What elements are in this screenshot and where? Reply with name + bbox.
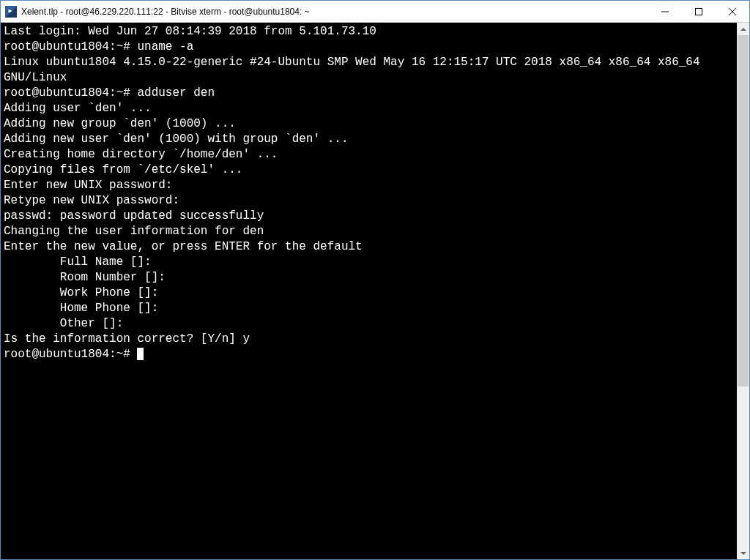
terminal-output[interactable]: Last login: Wed Jun 27 08:14:39 2018 fro… <box>1 23 737 559</box>
terminal-container: Last login: Wed Jun 27 08:14:39 2018 fro… <box>1 23 749 559</box>
window-controls <box>648 1 749 22</box>
scroll-thumb[interactable] <box>738 35 749 387</box>
app-icon <box>5 6 17 18</box>
minimize-button[interactable] <box>648 1 682 22</box>
terminal-line: GNU/Linux <box>4 70 734 86</box>
terminal-line: Last login: Wed Jun 27 08:14:39 2018 fro… <box>4 24 734 40</box>
maximize-icon <box>695 8 702 15</box>
window-title: Xelent.tlp - root@46.229.220.111:22 - Bi… <box>21 7 648 17</box>
terminal-line: Enter the new value, or press ENTER for … <box>4 239 734 255</box>
scroll-down-button[interactable] <box>737 547 749 559</box>
terminal-line: Adding new group `den' (1000) ... <box>4 116 734 132</box>
terminal-line: Home Phone []: <box>4 301 734 316</box>
terminal-line: Creating home directory `/home/den' ... <box>4 147 734 163</box>
terminal-line: Enter new UNIX password: <box>4 178 734 193</box>
chevron-up-icon <box>740 28 746 31</box>
terminal-line: Adding user `den' ... <box>4 101 734 116</box>
terminal-line: Adding new user `den' (1000) with group … <box>4 132 734 147</box>
terminal-line: Linux ubuntu1804 4.15.0-22-generic #24-U… <box>4 55 734 70</box>
terminal-line: root@ubuntu1804:~# uname -a <box>4 40 734 55</box>
vertical-scrollbar[interactable] <box>737 23 749 559</box>
terminal-line: Full Name []: <box>4 255 734 270</box>
window-titlebar: Xelent.tlp - root@46.229.220.111:22 - Bi… <box>1 1 749 23</box>
terminal-line: Work Phone []: <box>4 285 734 301</box>
close-icon <box>729 8 736 15</box>
maximize-button[interactable] <box>682 1 716 22</box>
minimize-icon <box>661 8 669 15</box>
terminal-line: Room Number []: <box>4 270 734 285</box>
chevron-down-icon <box>740 552 746 555</box>
terminal-line: Is the information correct? [Y/n] y <box>4 332 734 347</box>
svg-marker-4 <box>740 28 746 31</box>
terminal-line: Other []: <box>4 316 734 332</box>
terminal-line: Changing the user information for den <box>4 224 734 239</box>
terminal-line: passwd: password updated successfully <box>4 209 734 224</box>
terminal-cursor <box>137 348 144 360</box>
terminal-line: root@ubuntu1804:~# adduser den <box>4 86 734 101</box>
terminal-line: Retype new UNIX password: <box>4 193 734 209</box>
svg-rect-1 <box>696 8 702 15</box>
terminal-prompt: root@ubuntu1804:~# <box>4 348 137 361</box>
close-button[interactable] <box>716 1 749 22</box>
terminal-prompt-line: root@ubuntu1804:~# <box>4 347 734 362</box>
scroll-up-button[interactable] <box>737 23 749 35</box>
svg-marker-5 <box>740 552 746 555</box>
terminal-line: Copying files from `/etc/skel' ... <box>4 163 734 178</box>
